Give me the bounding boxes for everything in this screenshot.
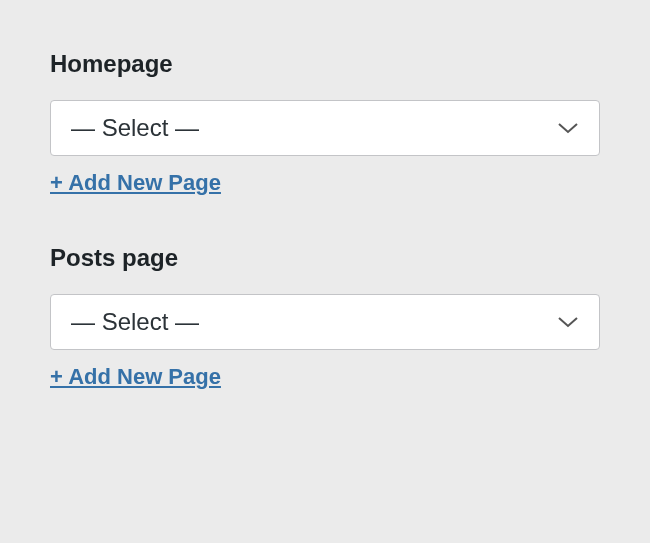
posts-page-select[interactable]: — Select — bbox=[50, 294, 600, 350]
homepage-select-value: — Select — bbox=[71, 114, 557, 142]
posts-page-field-group: Posts page — Select — + Add New Page bbox=[50, 244, 600, 390]
homepage-add-new-page-link[interactable]: + Add New Page bbox=[50, 170, 221, 196]
posts-page-select-value: — Select — bbox=[71, 308, 557, 336]
homepage-label: Homepage bbox=[50, 50, 600, 78]
chevron-down-icon bbox=[557, 117, 579, 139]
homepage-field-group: Homepage — Select — + Add New Page bbox=[50, 50, 600, 196]
homepage-select[interactable]: — Select — bbox=[50, 100, 600, 156]
chevron-down-icon bbox=[557, 311, 579, 333]
posts-page-add-new-page-link[interactable]: + Add New Page bbox=[50, 364, 221, 390]
posts-page-label: Posts page bbox=[50, 244, 600, 272]
